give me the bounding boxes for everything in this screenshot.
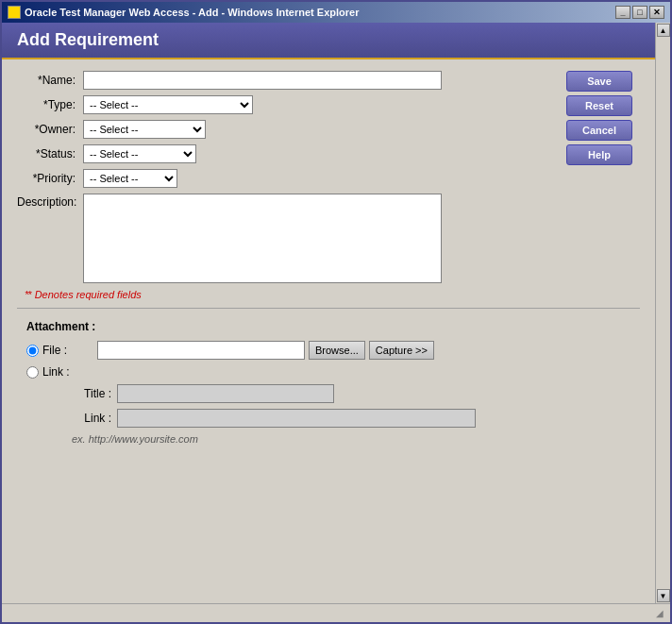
- type-label: *Type:: [17, 98, 83, 111]
- type-select[interactable]: -- Select --: [83, 95, 253, 114]
- vertical-scrollbar[interactable]: ▲ ▼: [655, 23, 670, 603]
- window-title: Oracle Test Manager Web Access - Add - W…: [25, 7, 359, 18]
- page-title: Add Requirement: [17, 30, 159, 49]
- title-bar-left: Oracle Test Manager Web Access - Add - W…: [8, 6, 359, 19]
- priority-row: *Priority: -- Select --: [17, 169, 555, 188]
- title-bar: Oracle Test Manager Web Access - Add - W…: [2, 2, 670, 23]
- type-row: *Type: -- Select --: [17, 95, 555, 114]
- resize-grip: ◢: [653, 607, 666, 620]
- window-frame: Oracle Test Manager Web Access - Add - W…: [0, 0, 672, 624]
- required-note: * * Denotes required fields: [17, 289, 640, 300]
- example-text: ex. http://www.yoursite.com: [72, 433, 198, 445]
- priority-select[interactable]: -- Select --: [83, 169, 177, 188]
- status-select[interactable]: -- Select --: [83, 144, 196, 163]
- window-controls[interactable]: _ □ ✕: [615, 6, 664, 19]
- close-button[interactable]: ✕: [649, 6, 664, 19]
- help-button[interactable]: Help: [566, 144, 632, 165]
- content-area: Add Requirement Save Reset Cancel Help: [2, 23, 670, 603]
- file-radio[interactable]: [26, 345, 39, 357]
- link-field-label: Link :: [79, 412, 117, 425]
- link-input[interactable]: [117, 409, 476, 428]
- reset-button[interactable]: Reset: [566, 95, 632, 116]
- file-label: File :: [42, 344, 90, 357]
- title-field-row: Title :: [79, 384, 630, 403]
- name-row: *Name:: [17, 71, 555, 90]
- description-row: Description:: [17, 194, 555, 283]
- save-button[interactable]: Save: [566, 71, 632, 92]
- maximize-button[interactable]: □: [632, 6, 647, 19]
- file-radio-row: File : Browse... Capture >>: [26, 341, 630, 360]
- form-container: Save Reset Cancel Help *Name:: [2, 59, 655, 464]
- main-content: Add Requirement Save Reset Cancel Help: [2, 23, 655, 603]
- attachment-title: Attachment :: [26, 320, 630, 333]
- buttons-panel: Save Reset Cancel Help: [566, 71, 632, 165]
- scroll-up-button[interactable]: ▲: [657, 24, 670, 37]
- owner-label: *Owner:: [17, 123, 83, 136]
- capture-button[interactable]: Capture >>: [369, 341, 434, 360]
- scroll-down-button[interactable]: ▼: [657, 589, 670, 602]
- title-field-label: Title :: [79, 387, 117, 400]
- page-header: Add Requirement: [2, 23, 655, 59]
- status-bar: ◢: [2, 603, 670, 622]
- owner-select[interactable]: -- Select --: [83, 120, 206, 139]
- link-radio[interactable]: [26, 366, 39, 379]
- description-textarea[interactable]: [83, 194, 442, 283]
- inner-form: *Name: *Type: -- Select -- *Own: [17, 71, 555, 283]
- name-input[interactable]: [83, 71, 442, 90]
- owner-row: *Owner: -- Select --: [17, 120, 555, 139]
- file-path-input[interactable]: [97, 341, 305, 360]
- form-top: Save Reset Cancel Help *Name:: [17, 71, 640, 283]
- status-label: *Status:: [17, 147, 83, 160]
- link-radio-row: Link :: [26, 365, 630, 379]
- minimize-button[interactable]: _: [615, 6, 630, 19]
- name-label: *Name:: [17, 74, 83, 87]
- app-icon: [8, 6, 21, 19]
- attachment-section: Attachment : File : Browse... Capture >>…: [17, 312, 640, 452]
- link-field-row: Link :: [79, 409, 630, 428]
- link-example: ex. http://www.yoursite.com: [72, 433, 630, 445]
- cancel-button[interactable]: Cancel: [566, 120, 632, 141]
- browse-button[interactable]: Browse...: [309, 341, 365, 360]
- priority-label: *Priority:: [17, 172, 83, 185]
- link-label: Link :: [42, 365, 90, 379]
- required-text: * Denotes required fields: [27, 289, 141, 300]
- description-label: Description:: [17, 194, 83, 209]
- section-divider: [17, 308, 640, 309]
- status-row: *Status: -- Select --: [17, 144, 555, 163]
- title-input[interactable]: [117, 384, 334, 403]
